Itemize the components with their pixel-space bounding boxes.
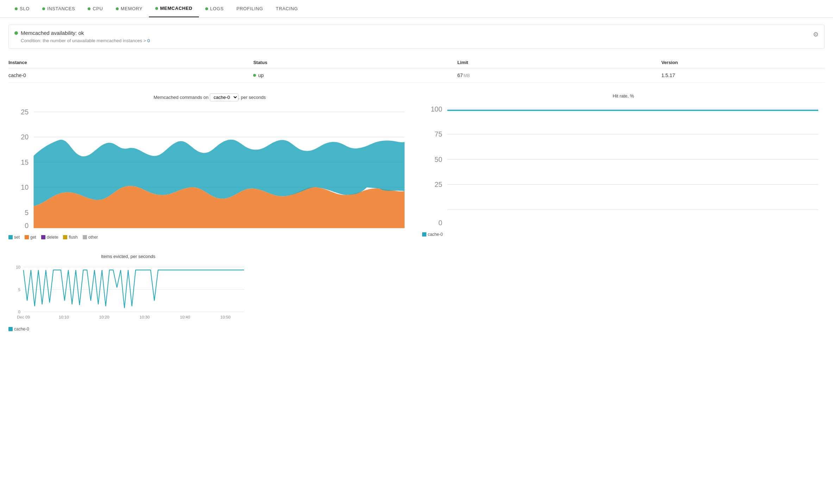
commands-title-suffix: , per seconds (238, 95, 266, 100)
svg-text:10: 10 (21, 183, 29, 191)
nav-label-slo: SLO (20, 6, 30, 11)
svg-text:10:30: 10:30 (139, 315, 150, 319)
instance-name: cache-0 (8, 68, 253, 83)
alert-condition-link[interactable]: 0 (148, 38, 150, 43)
alert-condition-prefix: Condition: the number of unavailable mem… (21, 38, 148, 43)
alert-condition: Condition: the number of unavailable mem… (14, 38, 819, 43)
nav-item-slo[interactable]: SLO (8, 0, 36, 17)
legend-evicted-cache0: cache-0 (8, 327, 29, 332)
nav-label-memory: MEMORY (121, 6, 143, 11)
nav-item-profiling[interactable]: PROFILING (230, 0, 269, 17)
nav-label-instances: INSTANCES (47, 6, 75, 11)
nav-item-memcached[interactable]: MEMCACHED (149, 0, 199, 17)
svg-text:10:50: 10:50 (220, 315, 231, 319)
legend-hitrate-cache0: cache-0 (422, 232, 443, 237)
commands-title-prefix: Memcached commands on (154, 95, 210, 100)
svg-text:5: 5 (18, 287, 21, 292)
nav-item-cpu[interactable]: CPU (81, 0, 109, 17)
legend-label-evicted: cache-0 (14, 327, 29, 332)
nav-item-memory[interactable]: MEMORY (109, 0, 149, 17)
legend-color-hitrate-cache0 (422, 232, 426, 237)
svg-text:25: 25 (21, 108, 29, 116)
nav-dot-memory (116, 7, 119, 10)
legend-label-other: other (88, 235, 98, 240)
svg-text:Dec 09: Dec 09 (17, 315, 30, 319)
svg-text:75: 75 (434, 130, 442, 138)
legend-other: other (83, 235, 98, 240)
legend-color-other (83, 235, 87, 239)
legend-get: get (25, 235, 36, 240)
evicted-chart-area: 10 5 0 Dec 09 10:10 10:20 10:30 10:40 10… (8, 263, 248, 323)
svg-text:0: 0 (438, 219, 442, 227)
svg-text:50: 50 (434, 156, 442, 163)
table-row: cache-0 up 67MB 1.5.17 (8, 68, 825, 83)
instances-table: Instance Status Limit Version cache-0 up… (8, 57, 825, 83)
svg-text:10:10: 10:10 (59, 315, 69, 319)
svg-text:5: 5 (25, 209, 29, 216)
legend-label-set: set (14, 235, 20, 240)
nav-label-memcached: MEMCACHED (160, 6, 193, 11)
svg-text:20: 20 (21, 133, 29, 141)
evicted-chart-svg: 10 5 0 Dec 09 10:10 10:20 10:30 10:40 10… (8, 263, 248, 323)
hitrate-chart-container: Hit rate, % 100 75 50 25 0 (422, 93, 825, 240)
commands-chart-container: Memcached commands on cache-0, per secon… (8, 93, 411, 240)
col-header-limit: Limit (457, 57, 662, 68)
svg-text:100: 100 (431, 105, 442, 113)
legend-color-delete (41, 235, 45, 239)
legend-flush: flush (63, 235, 77, 240)
nav-label-profiling: PROFILING (236, 6, 263, 11)
legend-color-set (8, 235, 13, 239)
nav-dot-memcached (155, 7, 158, 10)
nav-label-logs: LOGS (210, 6, 224, 11)
alert-status-dot (14, 31, 18, 35)
commands-chart-title: Memcached commands on cache-0, per secon… (8, 93, 411, 101)
instance-version: 1.5.17 (661, 68, 825, 83)
nav-item-instances[interactable]: INSTANCES (36, 0, 81, 17)
svg-text:25: 25 (434, 181, 442, 188)
legend-delete: delete (41, 235, 58, 240)
legend-label-hitrate-cache0: cache-0 (428, 232, 443, 237)
commands-legend: set get delete flush other (8, 235, 411, 240)
legend-set: set (8, 235, 20, 240)
commands-chart-svg: 25 20 15 10 5 0 Dec 09 10:10 10:20 10:30… (8, 106, 411, 231)
limit-unit: MB (463, 73, 470, 78)
col-header-version: Version (661, 57, 825, 68)
evicted-chart-title: Items evicted, per seconds (8, 254, 248, 259)
evicted-chart-container: Items evicted, per seconds 10 5 0 Dec 09… (8, 254, 248, 332)
legend-label-get: get (30, 235, 36, 240)
svg-text:0: 0 (25, 222, 29, 229)
commands-chart-area: 25 20 15 10 5 0 Dec 09 10:10 10:20 10:30… (8, 106, 411, 231)
svg-text:10:20: 10:20 (99, 315, 109, 319)
nav-item-tracing[interactable]: TRACING (269, 0, 304, 17)
evicted-legend: cache-0 (8, 327, 248, 332)
hitrate-chart-svg: 100 75 50 25 0 Dec 09 10:10 10:20 10:30 … (422, 103, 825, 228)
col-header-status: Status (253, 57, 457, 68)
instance-select[interactable]: cache-0 (210, 93, 238, 101)
alert-title: Memcached availability: ok (14, 30, 819, 36)
legend-color-evicted (8, 327, 13, 331)
svg-text:10:40: 10:40 (180, 315, 190, 319)
hitrate-chart-title: Hit rate, % (422, 93, 825, 99)
gear-button[interactable]: ⚙ (813, 31, 819, 38)
nav-dot-cpu (88, 7, 90, 10)
legend-label-flush: flush (69, 235, 77, 240)
hitrate-chart-area: 100 75 50 25 0 Dec 09 10:10 10:20 10:30 … (422, 103, 825, 228)
hitrate-legend: cache-0 (422, 232, 825, 237)
svg-text:10: 10 (16, 265, 20, 269)
nav-dot-logs (205, 7, 208, 10)
nav-item-logs[interactable]: LOGS (199, 0, 230, 17)
main-nav: SLOINSTANCESCPUMEMORYMEMCACHEDLOGSPROFIL… (0, 0, 833, 18)
col-header-instance: Instance (8, 57, 253, 68)
instance-status: up (253, 68, 457, 83)
status-dot (253, 74, 256, 77)
alert-box: Memcached availability: ok Condition: th… (8, 25, 825, 49)
nav-label-tracing: TRACING (276, 6, 298, 11)
legend-color-flush (63, 235, 67, 239)
alert-title-text: Memcached availability: ok (21, 30, 84, 36)
svg-text:15: 15 (21, 158, 29, 166)
charts-row: Memcached commands on cache-0, per secon… (8, 93, 825, 240)
nav-label-cpu: CPU (93, 6, 103, 11)
status-text: up (258, 73, 264, 78)
nav-dot-instances (42, 7, 45, 10)
nav-dot-slo (15, 7, 18, 10)
